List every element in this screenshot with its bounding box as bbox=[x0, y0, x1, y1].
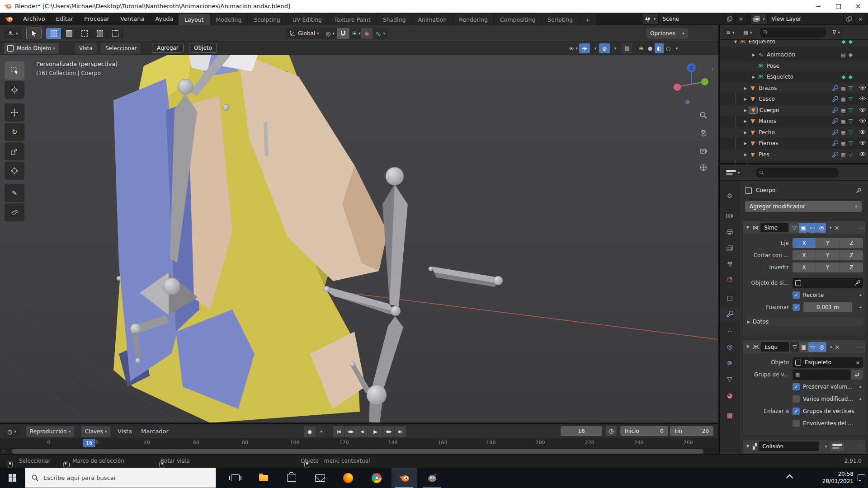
menu-vista[interactable]: Vista bbox=[75, 43, 97, 54]
view-layer-remove-icon[interactable]: × bbox=[854, 14, 866, 24]
animate-dot-icon[interactable]: • bbox=[859, 384, 863, 390]
armature-render-toggle[interactable]: ◎ bbox=[817, 342, 826, 352]
add-workspace-button[interactable]: + bbox=[579, 14, 597, 25]
shading-rendered[interactable]: ○ bbox=[664, 43, 673, 53]
outliner-row-cuerpo[interactable]: ▶ ▼ Cuerpo ▦ ▽ bbox=[720, 105, 868, 116]
play-reverse-button[interactable]: ◀ bbox=[356, 426, 368, 437]
animate-dot-icon[interactable]: • bbox=[859, 396, 863, 403]
shading-wireframe[interactable]: ⊕ bbox=[637, 43, 646, 53]
proportional-falloff-dropdown[interactable]: ∿ ▾ bbox=[373, 28, 388, 39]
tab-scripting[interactable]: Scripting bbox=[542, 14, 579, 25]
snap-toggle[interactable] bbox=[337, 28, 349, 39]
scene-selector[interactable]: ▾ Scene × bbox=[642, 14, 747, 24]
jump-to-start-button[interactable]: |◀ bbox=[333, 426, 344, 437]
tool-scale[interactable] bbox=[5, 142, 24, 160]
tab-object[interactable]: □ bbox=[720, 291, 740, 305]
eye-icon[interactable] bbox=[859, 140, 867, 146]
menu-agregar[interactable]: Agregar bbox=[152, 43, 184, 53]
armature-extras-dropdown[interactable]: ▾ bbox=[826, 342, 834, 352]
shading-material[interactable]: ◐ bbox=[655, 43, 664, 53]
tab-render[interactable] bbox=[720, 209, 740, 222]
file-explorer-button[interactable] bbox=[251, 468, 276, 488]
editor-type-button[interactable]: ▾ bbox=[4, 28, 22, 39]
play-button[interactable]: ▶ bbox=[368, 426, 383, 437]
tab-object-data[interactable]: ▽ bbox=[720, 372, 740, 386]
store-button[interactable] bbox=[279, 468, 304, 488]
menu-procesar[interactable]: Procesar bbox=[79, 13, 115, 25]
use-preview-range-toggle[interactable]: ◷ bbox=[606, 426, 617, 436]
blender-menu-icon[interactable] bbox=[0, 15, 18, 23]
collision-dropdown[interactable]: ▾ bbox=[821, 441, 829, 451]
current-frame-field[interactable]: 16 bbox=[561, 426, 602, 436]
record-button[interactable]: ● bbox=[304, 426, 316, 437]
shading-solid[interactable]: ● bbox=[646, 43, 655, 53]
gizmos-toggle[interactable] bbox=[579, 43, 590, 53]
menu-ventana[interactable]: Ventana bbox=[115, 13, 150, 25]
pan-hand-icon[interactable] bbox=[697, 126, 710, 140]
eyedropper-icon[interactable] bbox=[854, 280, 860, 286]
animate-dot-icon[interactable]: • bbox=[859, 292, 863, 299]
axis-x-button[interactable]: X bbox=[793, 238, 816, 248]
record-dropdown[interactable]: ▾ bbox=[316, 426, 325, 437]
bind-vgroups-checkbox[interactable]: ✓ bbox=[793, 408, 800, 415]
mirror-editmode-toggle[interactable]: ▣ bbox=[799, 223, 808, 233]
bind-envelopes-checkbox[interactable] bbox=[793, 420, 800, 427]
select-mode-new[interactable] bbox=[46, 28, 61, 39]
tab-layout[interactable]: Layout bbox=[179, 14, 210, 25]
vertex-group-field[interactable]: ▦ bbox=[793, 370, 850, 380]
outliner-row-manos[interactable]: ▶ ▼ Manos ▦ ▽ bbox=[720, 116, 868, 127]
outliner-row-animation[interactable]: ▶ ∿ Animación ▤◈ bbox=[720, 49, 868, 60]
armature-name-field[interactable]: Esqu bbox=[761, 342, 789, 352]
minimize-button[interactable] bbox=[808, 0, 828, 13]
prev-keyframe-button[interactable]: ◀◆ bbox=[344, 426, 356, 437]
mirror-object-field[interactable] bbox=[793, 278, 863, 288]
mirror-render-toggle[interactable]: ◎ bbox=[817, 223, 826, 233]
proportional-edit-toggle[interactable]: ◉ bbox=[361, 28, 373, 39]
outliner-display-mode[interactable]: ≡▾ bbox=[722, 28, 738, 38]
armature-object-field[interactable]: Esqueleto × bbox=[793, 357, 863, 368]
bisect-x-button[interactable]: X bbox=[793, 250, 816, 260]
properties-search-input[interactable] bbox=[755, 168, 839, 178]
overlays-dropdown[interactable]: ▾ bbox=[611, 43, 618, 53]
taskbar-clock[interactable]: 20:58 28/01/2021 bbox=[802, 470, 854, 485]
armature-vgroup-toggle[interactable]: ▽ bbox=[790, 342, 799, 352]
tab-compositing[interactable]: Compositing bbox=[494, 14, 542, 25]
tab-rendering[interactable]: Rendering bbox=[453, 14, 494, 25]
visibility-dropdown[interactable]: ▾ bbox=[569, 43, 578, 53]
p ivot-point-dropdown[interactable]: ◎ ▾ bbox=[322, 28, 338, 39]
tool-cursor[interactable] bbox=[5, 81, 24, 99]
close-button[interactable]: × bbox=[848, 0, 868, 13]
clear-object-icon[interactable]: × bbox=[855, 359, 860, 366]
maximize-button[interactable] bbox=[828, 0, 848, 13]
outliner-filter-view-layer[interactable]: ▤▾ bbox=[740, 28, 756, 38]
frame-start-field[interactable]: Inicio0 bbox=[620, 426, 668, 436]
tab-texture[interactable]: ▩ bbox=[720, 408, 740, 422]
action-center-button[interactable] bbox=[854, 468, 868, 488]
mirror-delete-icon[interactable]: × bbox=[833, 223, 840, 233]
outliner-row-armature-object[interactable]: ▼ Ж Esqueleto ◆◆ bbox=[720, 40, 868, 47]
menu-reproduccion[interactable]: Reproducción▾ bbox=[26, 426, 74, 437]
scene-copy-icon[interactable] bbox=[724, 14, 735, 24]
menu-vista-timeline[interactable]: Vista bbox=[112, 425, 137, 437]
zoom-icon[interactable] bbox=[697, 108, 710, 122]
tab-material[interactable]: ◕ bbox=[720, 389, 740, 402]
select-mode-subtract[interactable] bbox=[77, 28, 92, 39]
menu-seleccionar[interactable]: Seleccionar bbox=[101, 43, 141, 54]
frame-end-field[interactable]: Fin20 bbox=[670, 426, 713, 436]
tray-expand-button[interactable] bbox=[781, 468, 797, 488]
pin-icon[interactable] bbox=[856, 188, 862, 193]
mirror-panel-header[interactable]: ▼ ⋈ Sime ▽ ▣ ▭ ◎ ▾ × ∷∷ bbox=[743, 221, 866, 234]
view-layer-copy-icon[interactable] bbox=[843, 14, 854, 24]
eye-icon[interactable] bbox=[859, 151, 867, 158]
scrollbar-thumb[interactable] bbox=[12, 449, 703, 454]
add-modifier-dropdown[interactable]: Agregar modificador▾ bbox=[745, 201, 862, 212]
tab-texture-paint[interactable]: Texture Paint bbox=[328, 14, 377, 25]
eye-icon[interactable] bbox=[859, 96, 867, 102]
tool-rotate[interactable]: ↻ bbox=[5, 123, 24, 141]
shading-dropdown[interactable]: ▾ bbox=[673, 43, 679, 53]
xray-toggle[interactable]: ▨ bbox=[622, 43, 632, 53]
outliner-row-brazos[interactable]: ▶ ▼ Brazos ▦ ▽ bbox=[720, 83, 868, 94]
mirror-data-subpanel[interactable]: ▶ Datos bbox=[745, 317, 863, 327]
menu-ayuda[interactable]: Ayuda bbox=[150, 13, 179, 25]
collision-panel-header[interactable]: ▼ ▞ Colisión ▾ ∷∷ bbox=[743, 440, 866, 453]
